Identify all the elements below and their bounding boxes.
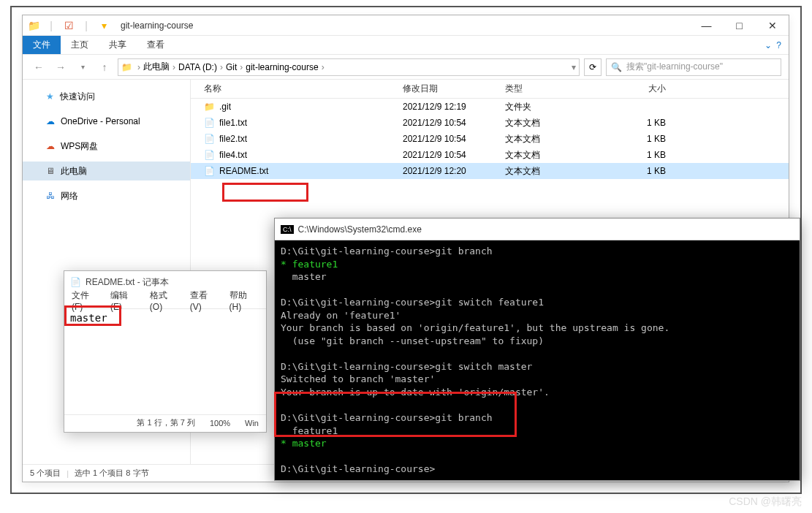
menu-format[interactable]: 格式(O) bbox=[150, 289, 180, 312]
status-encoding: Win bbox=[245, 419, 259, 428]
text-file-icon: 📄 bbox=[204, 134, 215, 144]
cloud-icon: ☁ bbox=[46, 116, 55, 126]
back-button[interactable]: ← bbox=[30, 58, 48, 76]
chevron-right-icon: › bbox=[171, 62, 177, 72]
file-size: 1 KB bbox=[622, 166, 680, 176]
cmd-output[interactable]: D:\Git\git-learning-course>git branch* f… bbox=[275, 240, 800, 480]
forward-button[interactable]: → bbox=[52, 58, 69, 76]
search-input[interactable]: 🔍 搜索"git-learning-course" bbox=[606, 58, 781, 76]
crumb-git[interactable]: Git bbox=[226, 62, 237, 72]
crumb-folder[interactable]: git-learning-course bbox=[246, 62, 318, 72]
status-zoom: 100% bbox=[210, 419, 230, 428]
crumb-thispc[interactable]: 此电脑 bbox=[143, 61, 170, 73]
menu-edit[interactable]: 编辑(E) bbox=[110, 289, 140, 312]
cloud-icon: ☁ bbox=[46, 141, 55, 151]
chevron-right-icon: › bbox=[320, 62, 326, 72]
notepad-window: 📄 README.txt - 记事本 文件(F) 编辑(E) 格式(O) 查看(… bbox=[64, 270, 267, 433]
properties-icon[interactable]: ☑ bbox=[61, 18, 77, 34]
file-date: 2021/12/9 12:19 bbox=[403, 102, 505, 112]
file-type: 文本文档 bbox=[505, 149, 622, 162]
tab-home[interactable]: 主页 bbox=[61, 36, 99, 54]
folder-icon: 📁 bbox=[204, 102, 215, 112]
sidebar-wps[interactable]: ☁WPS网盘 bbox=[23, 137, 190, 156]
cmd-window: C:\ C:\Windows\System32\cmd.exe D:\Git\g… bbox=[274, 218, 800, 481]
notepad-title: README.txt - 记事本 bbox=[86, 276, 169, 289]
folder-icon: 📁 bbox=[26, 18, 42, 34]
file-date: 2021/12/9 10:54 bbox=[403, 118, 505, 128]
chevron-right-icon: › bbox=[136, 62, 142, 72]
status-selection: 选中 1 个项目 8 字节 bbox=[75, 468, 148, 479]
file-size: 1 KB bbox=[622, 134, 680, 144]
col-name[interactable]: 名称 bbox=[191, 80, 403, 98]
minimize-button[interactable]: — bbox=[690, 15, 723, 36]
folder-icon: 📁 bbox=[121, 62, 134, 72]
recent-dropdown[interactable]: ▾ bbox=[74, 58, 91, 76]
col-type[interactable]: 类型 bbox=[505, 80, 622, 98]
tab-file[interactable]: 文件 bbox=[23, 36, 61, 54]
menu-view[interactable]: 查看(V) bbox=[190, 289, 219, 312]
qat-separator: | bbox=[43, 18, 59, 34]
status-count: 5 个项目 bbox=[30, 468, 61, 479]
nav-row: ← → ▾ ↑ 📁 › 此电脑 › DATA (D:) › Git › git-… bbox=[23, 55, 789, 80]
sidebar-onedrive[interactable]: ☁OneDrive - Personal bbox=[23, 112, 190, 131]
ribbon: 文件 主页 共享 查看 ⌄ ? bbox=[23, 36, 789, 55]
search-placeholder: 搜索"git-learning-course" bbox=[626, 61, 723, 73]
column-headers: 名称 修改日期 类型 大小 bbox=[191, 80, 789, 99]
notepad-menu: 文件(F) 编辑(E) 格式(O) 查看(V) 帮助(H) bbox=[64, 293, 266, 309]
ribbon-help: ⌄ ? bbox=[764, 36, 789, 54]
tab-share[interactable]: 共享 bbox=[99, 36, 137, 54]
cmd-title-text: C:\Windows\System32\cmd.exe bbox=[298, 224, 422, 235]
file-name: file2.txt bbox=[219, 134, 247, 144]
text-file-icon: 📄 bbox=[204, 150, 215, 160]
file-type: 文本文档 bbox=[505, 133, 622, 145]
file-name: README.txt bbox=[219, 166, 268, 176]
sidebar-quick-access[interactable]: ★快速访问 bbox=[23, 87, 190, 106]
file-date: 2021/12/9 10:54 bbox=[403, 134, 505, 144]
help-icon[interactable]: ? bbox=[776, 40, 781, 50]
quick-access-toolbar: 📁 | ☑ | ▾ bbox=[23, 18, 115, 34]
qat-separator-2: | bbox=[78, 18, 94, 34]
col-size[interactable]: 大小 bbox=[622, 80, 680, 98]
file-row[interactable]: 📄file2.txt2021/12/9 10:54文本文档1 KB bbox=[191, 131, 789, 147]
menu-help[interactable]: 帮助(H) bbox=[229, 289, 259, 312]
search-icon: 🔍 bbox=[611, 62, 622, 72]
sidebar-network[interactable]: 🖧网络 bbox=[23, 186, 190, 205]
status-position: 第 1 行，第 7 列 bbox=[137, 417, 194, 428]
text-file-icon: 📄 bbox=[204, 118, 215, 128]
new-folder-icon[interactable]: ▾ bbox=[96, 18, 112, 34]
file-type: 文件夹 bbox=[505, 101, 622, 113]
col-date[interactable]: 修改日期 bbox=[403, 80, 505, 98]
file-row[interactable]: 📁.git2021/12/9 12:19文件夹 bbox=[191, 99, 789, 115]
file-date: 2021/12/9 10:54 bbox=[403, 150, 505, 160]
cmd-titlebar: C:\ C:\Windows\System32\cmd.exe bbox=[275, 218, 800, 240]
address-bar[interactable]: 📁 › 此电脑 › DATA (D:) › Git › git-learning… bbox=[118, 58, 580, 76]
star-icon: ★ bbox=[46, 91, 54, 102]
window-controls: — □ ✕ bbox=[690, 15, 789, 36]
file-name: .git bbox=[219, 102, 231, 112]
monitor-icon: 🖥 bbox=[46, 166, 55, 176]
maximize-button[interactable]: □ bbox=[723, 15, 756, 36]
notepad-icon: 📄 bbox=[70, 277, 81, 287]
help-chevron-icon[interactable]: ⌄ bbox=[764, 40, 772, 50]
tab-view[interactable]: 查看 bbox=[137, 36, 175, 54]
file-row[interactable]: 📄file1.txt2021/12/9 10:54文本文档1 KB bbox=[191, 115, 789, 131]
window-title: git-learning-course bbox=[121, 20, 193, 31]
file-row[interactable]: 📄file4.txt2021/12/9 10:54文本文档1 KB bbox=[191, 147, 789, 163]
file-type: 文本文档 bbox=[505, 165, 622, 178]
cmd-icon: C:\ bbox=[281, 225, 294, 234]
crumb-drive[interactable]: DATA (D:) bbox=[178, 62, 217, 72]
file-name: file4.txt bbox=[219, 150, 247, 160]
watermark: CSDN @韩曙亮 bbox=[729, 495, 802, 509]
file-row[interactable]: 📄README.txt2021/12/9 12:20文本文档1 KB bbox=[191, 163, 789, 179]
chevron-right-icon: › bbox=[238, 62, 244, 72]
file-name: file1.txt bbox=[219, 118, 247, 128]
close-button[interactable]: ✕ bbox=[756, 15, 789, 36]
address-dropdown-icon[interactable]: ▾ bbox=[572, 62, 576, 72]
up-button[interactable]: ↑ bbox=[96, 58, 113, 76]
notepad-text-area[interactable]: master bbox=[64, 309, 266, 414]
refresh-button[interactable]: ⟳ bbox=[584, 58, 602, 76]
menu-file[interactable]: 文件(F) bbox=[72, 289, 100, 312]
text-file-icon: 📄 bbox=[204, 166, 215, 176]
titlebar: 📁 | ☑ | ▾ git-learning-course — □ ✕ bbox=[23, 15, 789, 36]
sidebar-this-pc[interactable]: 🖥此电脑 bbox=[23, 162, 190, 180]
